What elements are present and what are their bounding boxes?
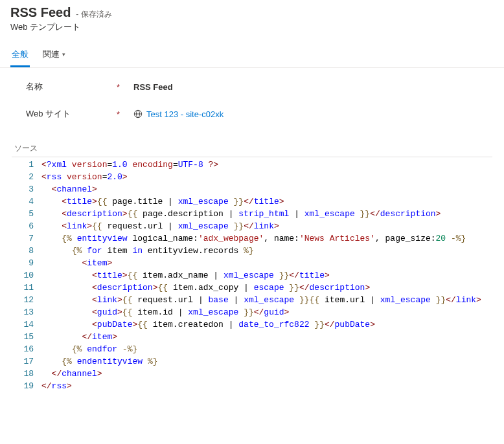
- code-line[interactable]: </item>: [41, 331, 481, 343]
- page-subtitle: Web テンプレート: [10, 21, 494, 33]
- code-line[interactable]: </rss>: [41, 380, 481, 392]
- line-number: 11: [14, 282, 34, 294]
- tab-related-label: 関連: [43, 49, 60, 60]
- line-number: 14: [14, 318, 34, 331]
- tab-related[interactable]: 関連 ▾: [41, 45, 67, 67]
- code-line[interactable]: <link>{{ request.url | xml_escape }}</li…: [41, 220, 481, 232]
- code-line[interactable]: <title>{{ page.title | xml_escape }}</ti…: [41, 195, 481, 208]
- code-content[interactable]: <?xml version=1.0 encoding=UTF-8 ?><rss …: [39, 157, 481, 394]
- form-area: 名称 * RSS Feed Web サイト * Test 123 - site-…: [0, 68, 504, 140]
- code-line[interactable]: <channel>: [41, 183, 481, 195]
- line-number: 19: [14, 380, 34, 392]
- required-indicator: *: [117, 109, 123, 119]
- code-line[interactable]: <description>{{ item.adx_copy | escape }…: [41, 282, 481, 294]
- field-name-value[interactable]: RSS Feed: [133, 82, 173, 92]
- line-number: 15: [14, 331, 34, 343]
- required-indicator: *: [117, 82, 123, 92]
- code-gutter: 12345678910111213141516171819: [12, 157, 39, 394]
- code-line[interactable]: </channel>: [41, 368, 481, 380]
- code-editor[interactable]: 12345678910111213141516171819 <?xml vers…: [12, 157, 492, 394]
- line-number: 8: [14, 245, 34, 257]
- line-number: 17: [14, 355, 34, 368]
- code-line[interactable]: <pubDate>{{ item.createdon | date_to_rfc…: [41, 318, 481, 331]
- code-line[interactable]: <item>: [41, 257, 481, 269]
- page-header: RSS Feed - 保存済み Web テンプレート: [0, 0, 504, 36]
- line-number: 3: [14, 183, 34, 195]
- line-number: 16: [14, 343, 34, 355]
- field-name-label: 名称: [26, 81, 117, 93]
- page-title: RSS Feed: [10, 5, 71, 20]
- line-number: 12: [14, 294, 34, 306]
- line-number: 5: [14, 208, 34, 220]
- line-number: 13: [14, 306, 34, 318]
- code-line[interactable]: {% entityview logical_name:'adx_webpage'…: [41, 232, 481, 245]
- line-number: 6: [14, 220, 34, 232]
- line-number: 2: [14, 171, 34, 183]
- tab-bar: 全般 関連 ▾: [0, 39, 504, 68]
- line-number: 7: [14, 232, 34, 245]
- code-line[interactable]: <link>{{ request.url | base | xml_escape…: [41, 294, 481, 306]
- code-line[interactable]: <description>{{ page.description | strip…: [41, 208, 481, 220]
- code-line[interactable]: {% endfor -%}: [41, 343, 481, 355]
- line-number: 10: [14, 269, 34, 282]
- code-line[interactable]: <rss version=2.0>: [41, 171, 481, 183]
- save-status: - 保存済み: [76, 9, 111, 20]
- code-line[interactable]: {% endentityview %}: [41, 355, 481, 368]
- code-line[interactable]: <title>{{ item.adx_name | xml_escape }}<…: [41, 269, 481, 282]
- tab-general-label: 全般: [12, 49, 29, 60]
- line-number: 4: [14, 195, 34, 208]
- tab-general[interactable]: 全般: [10, 45, 30, 67]
- field-website-row: Web サイト * Test 123 - site-c02xk: [26, 108, 492, 120]
- chevron-down-icon: ▾: [62, 51, 65, 58]
- field-website-value[interactable]: Test 123 - site-c02xk: [133, 109, 223, 119]
- field-name-row: 名称 * RSS Feed: [26, 81, 492, 93]
- code-line[interactable]: {% for item in entityview.records %}: [41, 245, 481, 257]
- line-number: 18: [14, 368, 34, 380]
- line-number: 1: [14, 159, 34, 171]
- field-website-label: Web サイト: [26, 108, 117, 120]
- globe-icon: [133, 109, 143, 118]
- code-line[interactable]: <guid>{{ item.id | xml_escape }}</guid>: [41, 306, 481, 318]
- source-label: ソース: [0, 140, 504, 157]
- line-number: 9: [14, 257, 34, 269]
- website-link[interactable]: Test 123 - site-c02xk: [146, 109, 223, 119]
- code-line[interactable]: <?xml version=1.0 encoding=UTF-8 ?>: [41, 159, 481, 171]
